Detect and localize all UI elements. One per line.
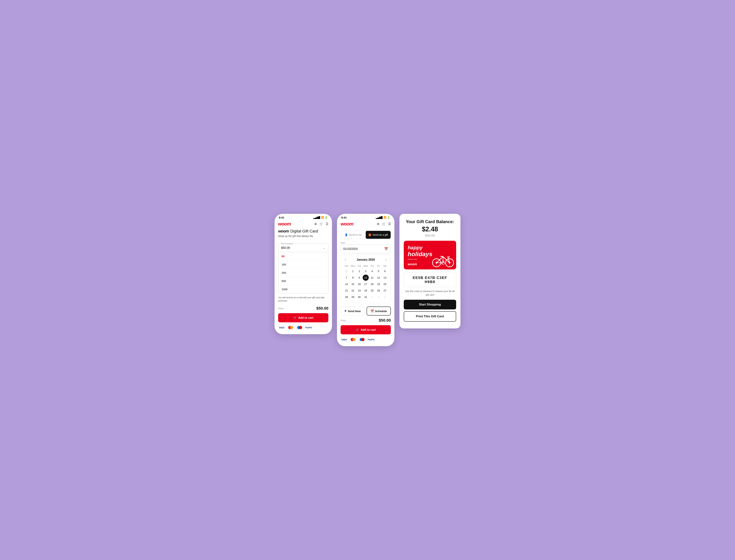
cal-day[interactable]: 28 (343, 294, 349, 300)
cal-day[interactable]: 10 (362, 275, 369, 281)
add-to-cart-button-2[interactable]: 🛒 Add to cart (340, 325, 391, 334)
schedule-icon: 📆 (371, 309, 374, 313)
cart-icon[interactable]: 🛒 (319, 222, 323, 226)
print-gift-button[interactable]: Print This Gift Card (404, 311, 456, 322)
paypal-icon-2: PayPal (368, 337, 375, 342)
cal-day[interactable]: 24 (362, 288, 369, 294)
nav-icons-2: ⊕ 🛒 ☰ (377, 222, 391, 226)
svg-point-7 (361, 338, 364, 341)
dropdown-item-100[interactable]: 100 (278, 260, 328, 269)
next-month-button[interactable]: › (384, 257, 388, 262)
cal-day[interactable]: 3 (362, 268, 369, 274)
cal-day[interactable]: 29 (350, 294, 356, 300)
nav-icons-1: ⊕ 🛒 ☰ (314, 222, 328, 226)
start-shopping-button[interactable]: Start Shopping (404, 300, 456, 309)
cal-day[interactable]: 19 (376, 281, 382, 287)
cart-btn-icon-2: 🛒 (355, 328, 359, 331)
screen2-phone: 9:41 ▂▄▆█ 📶 🔋 woom ⊕ 🛒 ☰ 👤 Send to me 🎁 (337, 214, 395, 346)
cal-day[interactable]: 30 (356, 294, 362, 300)
cal-day[interactable]: 23 (356, 288, 362, 294)
send-now-label: Send Now (348, 310, 361, 313)
send-now-button[interactable]: ✈ Send Now (340, 307, 364, 316)
dropdown-item-1000[interactable]: 1000 (278, 285, 328, 293)
price-value-1: $50.00 (316, 306, 328, 311)
cal-day-header: Thu (369, 264, 376, 268)
info-text: You will receive an e-mail with your gif… (278, 296, 328, 302)
cal-day[interactable]: 2 (356, 268, 362, 274)
cal-day[interactable]: 1 (369, 294, 375, 300)
denomination-label: Denomination (280, 243, 294, 245)
schedule-button[interactable]: 📆 Schedule (366, 307, 391, 316)
cal-day[interactable]: 16 (356, 281, 362, 287)
status-bar-2: 9:41 ▂▄▆█ 📶 🔋 (337, 214, 395, 220)
start-shopping-label: Start Shopping (419, 303, 441, 306)
cal-day[interactable]: 18 (369, 281, 375, 287)
maestro-icon-2 (358, 337, 366, 342)
gift-code-box: EE5B E47B C3EF H9B8 (404, 273, 456, 287)
schedule-label: Schedule (375, 310, 387, 313)
menu-icon[interactable]: ☰ (326, 222, 328, 226)
balance-title: Your Gift Card Balance: (404, 219, 456, 224)
cal-day-header: Fri (376, 264, 382, 268)
send-as-gift-button[interactable]: 🎁 Send as a gift (366, 231, 391, 239)
visa-icon: VISA (278, 325, 285, 330)
wifi-icon: 📶 (321, 216, 324, 219)
calendar-grid: SunMonTueWedThuFriSat (343, 264, 388, 268)
denomination-selector[interactable]: $50.00 ⌄ (278, 244, 328, 252)
calendar-icon[interactable]: 📅 (384, 247, 388, 251)
gift-icon: 🎁 (369, 233, 372, 236)
cal-day[interactable]: 9 (356, 275, 362, 281)
cal-day[interactable]: 17 (362, 281, 369, 287)
cal-day[interactable]: 6 (382, 268, 388, 274)
cal-day[interactable]: 31 (362, 294, 369, 300)
cal-day[interactable]: 26 (376, 288, 382, 294)
cal-day[interactable]: 5 (376, 268, 382, 274)
add-to-cart-button-1[interactable]: 🛒 Add to cart (278, 313, 328, 322)
cal-day[interactable]: 2 (376, 294, 382, 300)
status-time-2: 9:41 (341, 216, 347, 219)
svg-line-12 (437, 257, 443, 263)
price-label-1: Price (278, 307, 283, 310)
cal-day[interactable]: 11 (369, 275, 375, 281)
cal-day[interactable]: 4 (369, 268, 375, 274)
dropdown-item-50[interactable]: 50 (278, 252, 328, 260)
cal-day[interactable]: 8 (350, 275, 356, 281)
signal-icon: ▂▄▆█ (313, 216, 320, 219)
date-input-box[interactable]: 01/10/2024 📅 (340, 245, 391, 253)
battery-icon: 🔋 (325, 216, 328, 219)
dropdown-item-250[interactable]: 250 (278, 269, 328, 277)
cal-day[interactable]: 21 (343, 288, 349, 294)
prev-month-button[interactable]: ‹ (343, 257, 347, 262)
svg-point-1 (290, 326, 293, 329)
calendar-month-year: January 2024 (356, 258, 375, 261)
price-row-1: Price $50.00 (278, 306, 328, 311)
globe-icon-2[interactable]: ⊕ (377, 222, 380, 226)
cal-day[interactable]: 13 (382, 275, 388, 281)
cal-day[interactable]: 1 (350, 268, 356, 274)
globe-icon[interactable]: ⊕ (314, 222, 317, 226)
cal-day[interactable]: 22 (350, 288, 356, 294)
maestro-icon (296, 325, 303, 330)
send-to-me-button[interactable]: 👤 Send to me (341, 231, 366, 239)
cal-day-header: Wed (362, 264, 369, 268)
cal-day[interactable]: 12 (376, 275, 382, 281)
add-to-cart-label-2: Add to cart (361, 328, 376, 331)
cal-day[interactable]: 25 (369, 288, 375, 294)
cal-day[interactable]: 7 (343, 275, 349, 281)
cal-day[interactable]: 3 (382, 294, 388, 300)
payment-icons-1: VISA PayPal (278, 325, 328, 330)
cart-icon-2[interactable]: 🛒 (382, 222, 386, 226)
denomination-field: Denomination $50.00 ⌄ 50 100 250 500 100… (278, 240, 328, 293)
cal-day[interactable]: 27 (382, 288, 388, 294)
svg-point-5 (352, 338, 355, 341)
cal-day[interactable]: 31 (343, 268, 349, 274)
cal-day[interactable]: 14 (343, 281, 349, 287)
date-value: 01/10/2024 (343, 247, 357, 251)
cal-day[interactable]: 15 (350, 281, 356, 287)
status-icons-2: ▂▄▆█ 📶 🔋 (376, 216, 390, 219)
mastercard-icon (287, 325, 294, 330)
menu-icon-2[interactable]: ☰ (388, 222, 391, 226)
dropdown-item-500[interactable]: 500 (278, 277, 328, 285)
visa-icon-2: VISA (340, 337, 348, 342)
cal-day[interactable]: 20 (382, 281, 388, 287)
